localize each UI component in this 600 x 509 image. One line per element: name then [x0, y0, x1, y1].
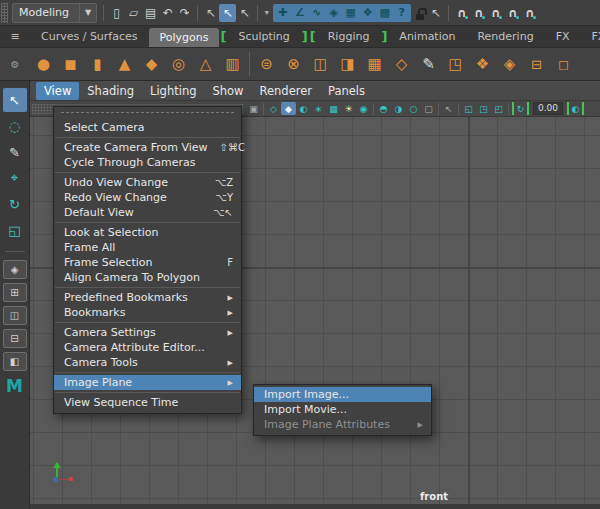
mirror-icon[interactable]: ◈ — [496, 51, 523, 77]
shelf-tab-rendering[interactable]: Rendering — [466, 26, 544, 47]
xray-icon[interactable]: ◓ — [376, 102, 391, 115]
clapper-icon[interactable]: ▩ — [376, 4, 393, 22]
panel-menu-view[interactable]: View — [36, 82, 79, 100]
snap-to-view-plane-icon[interactable]: ∩ — [521, 4, 538, 22]
motion-blur-icon[interactable]: ○ — [406, 102, 421, 115]
field-chart-icon[interactable]: ◱ — [461, 102, 476, 115]
panel-menu-shading[interactable]: Shading — [79, 82, 142, 100]
menu-item-look-at-selection[interactable]: Look at Selection — [54, 225, 241, 240]
maya-logo[interactable]: M — [4, 375, 26, 397]
default-lighting-icon[interactable]: ☀ — [341, 102, 356, 115]
overflow-caret-icon[interactable]: ▾ — [262, 4, 271, 22]
occlusion-icon[interactable]: ◉ — [356, 102, 371, 115]
extrude-icon[interactable]: ◳ — [442, 51, 469, 77]
poly-pyramid-icon[interactable]: △ — [192, 51, 219, 77]
shelf-menu-icon[interactable]: ≡ — [0, 26, 30, 47]
smooth-icon[interactable]: ⊜ — [253, 51, 280, 77]
poly-plane-icon[interactable]: ◆ — [138, 51, 165, 77]
shelf-tab-polygons[interactable]: Polygons — [149, 28, 220, 47]
use-all-lights-icon[interactable]: ∗ — [311, 102, 326, 115]
multi-cut-icon[interactable]: ✎ — [415, 51, 442, 77]
angle-snap-icon[interactable]: ∠ — [291, 4, 308, 22]
exposure-icon[interactable]: ↻ — [512, 102, 529, 115]
subdivide-icon[interactable]: ⊗ — [280, 51, 307, 77]
highlight-selection-icon[interactable]: ↖ — [427, 4, 444, 22]
workspace-selector[interactable]: Modeling ▼ — [12, 3, 97, 23]
combine-icon[interactable]: ◫ — [307, 51, 334, 77]
persp-graph-layout-button[interactable]: ⊟ — [3, 329, 27, 348]
four-pane-layout-button[interactable]: ⊞ — [3, 283, 27, 302]
menu-item-camera-tools[interactable]: Camera Tools▶ — [54, 355, 241, 370]
poly-sphere-icon[interactable]: ● — [30, 51, 57, 77]
scale-tool[interactable]: ◱ — [3, 218, 27, 242]
gate-mask-icon[interactable]: ◰ — [491, 102, 506, 115]
select-hierarchy-icon[interactable]: ↖ — [202, 4, 219, 22]
shelf-tab-sculpting[interactable]: Sculpting — [227, 26, 300, 47]
poly-cube-icon[interactable]: ◼ — [57, 51, 84, 77]
menu-item-cycle-through-cameras[interactable]: Cycle Through Cameras — [54, 155, 241, 170]
hypershade-persp-layout-button[interactable]: ◧ — [3, 352, 27, 371]
panel-menu-lighting[interactable]: Lighting — [142, 82, 204, 100]
save-scene-icon[interactable]: ▤ — [142, 4, 159, 22]
redo-icon[interactable]: ↷ — [176, 4, 193, 22]
snap-to-curve-icon[interactable]: ∩ — [470, 4, 487, 22]
move-tool[interactable]: ⌖ — [3, 166, 27, 190]
shelf-tab-curves-surfaces[interactable]: Curves / Surfaces — [30, 26, 149, 47]
shaded-display-icon[interactable]: ◆ — [281, 102, 296, 115]
menu-item-camera-settings[interactable]: Camera Settings▶ — [54, 325, 241, 340]
shadows-icon[interactable]: ▦ — [326, 102, 341, 115]
wireframe-display-icon[interactable]: ◇ — [266, 102, 281, 115]
rotate-tool[interactable]: ↻ — [3, 192, 27, 216]
snap-to-projected-center-icon[interactable]: ∩ — [504, 4, 521, 22]
bevel-icon[interactable]: ❖ — [469, 51, 496, 77]
open-scene-icon[interactable]: ▱ — [125, 4, 142, 22]
resolution-gate-icon[interactable]: ◳ — [476, 102, 491, 115]
menu-item-align-camera-to-polygon[interactable]: Align Camera To Polygon — [54, 270, 241, 285]
help-mode-icon[interactable]: ? — [393, 4, 410, 22]
symmetry-icon[interactable]: ❖ — [359, 4, 376, 22]
snap-to-grid-icon[interactable]: ∩ — [453, 4, 470, 22]
menu-item-select-camera[interactable]: Select Camera — [54, 120, 241, 135]
film-gate-icon[interactable]: ▣ — [246, 102, 261, 115]
shelf-tab-rigging[interactable]: Rigging — [317, 26, 381, 47]
shelf-tab-fx[interactable]: FX — [545, 26, 581, 47]
diamond-snap-icon[interactable]: ◈ — [325, 4, 342, 22]
menu-item-frame-all[interactable]: Frame All — [54, 240, 241, 255]
snap-to-point-icon[interactable]: ∩ — [487, 4, 504, 22]
menu-item-undo-view-change[interactable]: Undo View Change⌥Z — [54, 175, 241, 190]
outliner-persp-layout-button[interactable]: ◫ — [3, 306, 27, 325]
chevron-down-icon[interactable]: ▼ — [79, 4, 96, 22]
menu-item-import-movie[interactable]: Import Movie... — [254, 402, 431, 417]
toolbar-drag-handle[interactable] — [1, 3, 8, 23]
move-mode-icon[interactable]: ✚ — [274, 4, 291, 22]
gamma-icon[interactable]: ◐ — [567, 102, 584, 115]
poly-pipe-icon[interactable]: ▥ — [219, 51, 246, 77]
single-pane-layout-button[interactable]: ◈ — [3, 260, 27, 279]
select-object-icon[interactable]: ↖ — [219, 4, 236, 22]
menu-item-create-camera-from-view[interactable]: Create Camera From View⇧⌘C — [54, 140, 241, 155]
menu-item-frame-selection[interactable]: Frame SelectionF — [54, 255, 241, 270]
poly-cone-icon[interactable]: ▲ — [111, 51, 138, 77]
shelf-tab-fx-caching[interactable]: FX Caching — [581, 26, 600, 47]
menu-item-import-image[interactable]: Import Image... — [254, 387, 431, 402]
menu-item-view-sequence-time[interactable]: View Sequence Time — [54, 395, 241, 410]
smooth-mesh-preview-icon[interactable]: ◇ — [388, 51, 415, 77]
insert-edge-loop-icon[interactable]: ◻ — [550, 51, 577, 77]
paint-selection-tool[interactable]: ✎ — [3, 140, 27, 164]
new-scene-icon[interactable]: ▯ — [108, 4, 125, 22]
panel-menu-show[interactable]: Show — [205, 82, 252, 100]
shelf-gear-icon[interactable]: ⚙ — [0, 59, 30, 70]
menu-item-default-view[interactable]: Default View⌥↖ — [54, 205, 241, 220]
isolate-select-icon[interactable]: ↖ — [441, 102, 456, 115]
textured-display-icon[interactable]: ◐ — [296, 102, 311, 115]
select-component-icon[interactable]: ↖ — [236, 4, 253, 22]
boolean-icon[interactable]: ▦ — [361, 51, 388, 77]
menu-item-image-plane[interactable]: Image Plane▶ — [54, 375, 241, 390]
menu-item-bookmarks[interactable]: Bookmarks▶ — [54, 305, 241, 320]
panel-menu-panels[interactable]: Panels — [320, 82, 373, 100]
poly-torus-icon[interactable]: ◎ — [165, 51, 192, 77]
separate-icon[interactable]: ◨ — [334, 51, 361, 77]
lasso-tool[interactable]: ◌ — [3, 114, 27, 138]
exposure-value[interactable]: 0.00 — [533, 102, 563, 115]
grid-mode-icon[interactable]: ▦ — [342, 4, 359, 22]
